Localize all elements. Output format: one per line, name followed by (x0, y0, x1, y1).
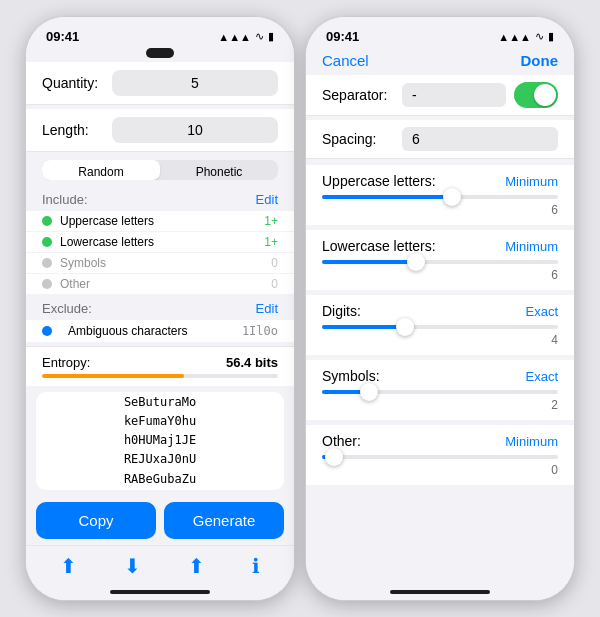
exclude-title: Exclude: (42, 301, 92, 316)
exclude-label: Ambiguous characters (68, 324, 234, 338)
separator-label: Separator: (322, 87, 402, 103)
symbols-track[interactable] (322, 390, 558, 394)
dot-gray-2 (42, 279, 52, 289)
include-title: Include: (42, 192, 88, 207)
wifi-icon-2: ∿ (535, 30, 544, 43)
digits-label: Digits: (322, 303, 361, 319)
dot-green-2 (42, 237, 52, 247)
include-item-count-4: 0 (271, 277, 278, 291)
other-thumb (325, 448, 343, 466)
status-icons-2: ▲▲▲ ∿ ▮ (498, 30, 554, 43)
slider-other: Other: Minimum 0 (306, 425, 574, 486)
uppercase-thumb (443, 188, 461, 206)
digits-value: 4 (322, 331, 558, 347)
length-row: Length: 10 (26, 109, 294, 152)
length-input[interactable]: 10 (112, 117, 278, 143)
dot-gray-1 (42, 258, 52, 268)
action-buttons: Copy Generate (26, 496, 294, 545)
entropy-value: 56.4 bits (226, 355, 278, 370)
dot-blue (42, 326, 52, 336)
battery-icon: ▮ (268, 30, 274, 43)
slider-sections: Uppercase letters: Minimum 6 Lowercase l… (306, 159, 574, 586)
download-icon[interactable]: ⬇ (124, 554, 141, 578)
copy-button[interactable]: Copy (36, 502, 156, 539)
uppercase-label: Uppercase letters: (322, 173, 436, 189)
entropy-section: Entropy: 56.4 bits (26, 346, 294, 386)
include-edit[interactable]: Edit (256, 192, 278, 207)
include-item-label-4: Other (60, 277, 271, 291)
include-item-count-1: 1+ (264, 214, 278, 228)
done-button[interactable]: Done (521, 52, 559, 69)
phone-2: 09:41 ▲▲▲ ∿ ▮ Cancel Done Separator: - (305, 16, 575, 601)
digits-fill (322, 325, 405, 329)
exclude-sample: 1Il0o (242, 324, 278, 338)
entropy-label: Entropy: (42, 355, 90, 370)
signal-icon-2: ▲▲▲ (498, 31, 531, 43)
camera-notch (26, 48, 294, 62)
other-label: Other: (322, 433, 361, 449)
home-indicator-2 (306, 586, 574, 600)
slider-symbols: Symbols: Exact 2 (306, 360, 574, 421)
lowercase-track[interactable] (322, 260, 558, 264)
quantity-label: Quantity: (42, 75, 112, 91)
slider-lowercase: Lowercase letters: Minimum 6 (306, 230, 574, 291)
password-box: SeButuraMo keFumaY0hu h0HUMaj1JE REJUxaJ… (36, 392, 284, 490)
symbols-label: Symbols: (322, 368, 380, 384)
share-icon[interactable]: ⬆ (60, 554, 77, 578)
home-bar-1 (110, 590, 210, 594)
spacing-input[interactable]: 6 (402, 127, 558, 151)
include-header: Include: Edit (26, 188, 294, 211)
uppercase-track[interactable] (322, 195, 558, 199)
lowercase-type: Minimum (505, 239, 558, 254)
entropy-fill (42, 374, 184, 378)
uppercase-fill (322, 195, 452, 199)
other-type: Minimum (505, 434, 558, 449)
include-item-count-2: 1+ (264, 235, 278, 249)
separator-input[interactable]: - (402, 83, 506, 107)
segment-random[interactable]: Random (42, 160, 160, 180)
other-value: 0 (322, 461, 558, 477)
lowercase-fill (322, 260, 416, 264)
quantity-input[interactable]: 5 (112, 70, 278, 96)
status-bar-2: 09:41 ▲▲▲ ∿ ▮ (306, 17, 574, 48)
camera-pill (146, 48, 174, 58)
spacing-row: Spacing: 6 (306, 120, 574, 159)
symbols-type: Exact (525, 369, 558, 384)
upload-icon[interactable]: ⬆ (188, 554, 205, 578)
cancel-button[interactable]: Cancel (322, 52, 369, 69)
lowercase-value: 6 (322, 266, 558, 282)
exclude-edit[interactable]: Edit (256, 301, 278, 316)
include-item-count-3: 0 (271, 256, 278, 270)
include-item-label-3: Symbols (60, 256, 271, 270)
uppercase-value: 6 (322, 201, 558, 217)
list-item: Uppercase letters 1+ (26, 211, 294, 232)
uppercase-type: Minimum (505, 174, 558, 189)
info-icon[interactable]: ℹ (252, 554, 260, 578)
status-bar-1: 09:41 ▲▲▲ ∿ ▮ (26, 17, 294, 48)
wifi-icon: ∿ (255, 30, 264, 43)
generate-button[interactable]: Generate (164, 502, 284, 539)
include-item-label-2: Lowercase letters (60, 235, 264, 249)
segment-phonetic[interactable]: Phonetic (160, 160, 278, 180)
dot-green-1 (42, 216, 52, 226)
slider-uppercase: Uppercase letters: Minimum 6 (306, 165, 574, 226)
other-track[interactable] (322, 455, 558, 459)
digits-track[interactable] (322, 325, 558, 329)
slider-digits: Digits: Exact 4 (306, 295, 574, 356)
home-indicator-1 (26, 586, 294, 600)
separator-toggle[interactable] (514, 82, 558, 108)
entropy-bar (42, 374, 278, 378)
home-bar-2 (390, 590, 490, 594)
segment-control: Random Phonetic (42, 160, 278, 180)
bottom-bar-1: ⬆ ⬇ ⬆ ℹ (26, 545, 294, 586)
exclude-header: Exclude: Edit (26, 297, 294, 320)
digits-type: Exact (525, 304, 558, 319)
include-list: Uppercase letters 1+ Lowercase letters 1… (26, 211, 294, 295)
toggle-knob (534, 84, 556, 106)
status-time-2: 09:41 (326, 29, 359, 44)
phone-1: 09:41 ▲▲▲ ∿ ▮ Quantity: 5 Leng (25, 16, 295, 601)
exclude-item: Ambiguous characters 1Il0o (26, 320, 294, 342)
signal-icon: ▲▲▲ (218, 31, 251, 43)
battery-icon-2: ▮ (548, 30, 554, 43)
status-time-1: 09:41 (46, 29, 79, 44)
